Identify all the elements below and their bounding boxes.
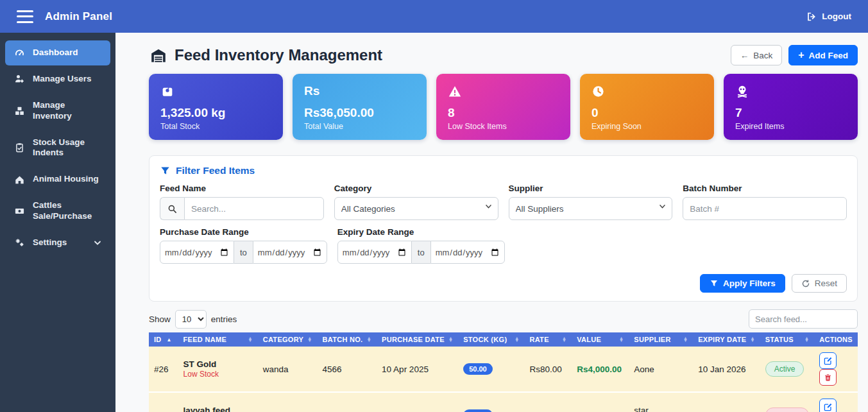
cell-rate: Rs80.00 (524, 347, 572, 392)
filter-field-feed-name: Feed Name (160, 184, 324, 220)
top-navbar: Admin Panel Logout (0, 0, 868, 33)
cell-batch: 456 (317, 392, 377, 412)
home-icon (14, 175, 25, 185)
sidebar-item-manage-inventory[interactable]: Manage Inventory (5, 93, 110, 129)
reset-filters-button[interactable]: Reset (792, 274, 847, 293)
cell-status: Expired (760, 392, 815, 412)
cell-stock: 40.00 (458, 392, 524, 412)
purchase-date-from-input[interactable] (160, 241, 234, 264)
sidebar-item-stock-usage-indents[interactable]: Stock Usage Indents (5, 130, 110, 166)
sidebar-item-label: Dashboard (33, 47, 78, 58)
column-header-purchase-date[interactable]: PURCHASE DATE▲▼ (377, 332, 458, 347)
sidebar-item-manage-users[interactable]: Manage Users (5, 67, 110, 92)
table-search-input[interactable] (749, 309, 858, 329)
range-separator: to (412, 241, 430, 264)
sort-icon: ▲▼ (515, 337, 519, 343)
app-title: Admin Panel (45, 10, 112, 23)
sort-icon: ▲▼ (367, 337, 371, 343)
cell-actions (814, 392, 858, 412)
expiry-date-to-input[interactable] (430, 241, 505, 264)
logout-button[interactable]: Logout (806, 12, 851, 22)
add-feed-button[interactable]: + Add Feed (788, 45, 858, 65)
column-header-id[interactable]: ID▲ (149, 332, 178, 347)
sort-icon: ▲▼ (804, 337, 809, 343)
status-badge: Expired (765, 408, 810, 412)
back-arrow-icon: ← (740, 51, 749, 60)
sidebar-item-dashboard[interactable]: Dashboard (5, 40, 110, 65)
filter-field-category: Category All Categories (334, 184, 498, 220)
supplier-select[interactable]: All Suppliers (509, 197, 673, 220)
sidebar: Dashboard Manage Users Manage Inventory … (0, 33, 115, 412)
cell-id: #29 (149, 392, 178, 412)
column-header-feed-name[interactable]: FEED NAME▲▼ (178, 332, 258, 347)
cell-batch: 4566 (317, 347, 377, 392)
sort-icon: ▲▼ (248, 337, 252, 343)
column-header-status[interactable]: STATUS▲▼ (760, 332, 815, 347)
range-separator: to (234, 241, 253, 264)
sidebar-item-label: Animal Housing (33, 174, 99, 185)
sidebar-item-animal-housing[interactable]: Animal Housing (5, 167, 110, 192)
cell-actions (814, 347, 858, 392)
edit-button[interactable] (819, 352, 837, 369)
delete-button[interactable] (819, 369, 837, 386)
stat-cards: 1,325.00 kg Total Stock Rs Rs36,050.00 T… (149, 74, 858, 140)
expiry-date-from-input[interactable] (337, 241, 412, 264)
column-header-supplier[interactable]: SUPPLIER▲▼ (629, 332, 693, 347)
entries-label: entries (211, 314, 237, 324)
cell-feed-name: layyah feed Low Stock (178, 392, 258, 412)
weight-scale-icon (160, 83, 271, 99)
cell-id: #26 (149, 347, 178, 392)
boxes-icon (14, 106, 25, 116)
filter-field-supplier: Supplier All Suppliers (509, 184, 673, 220)
page-title: Feed Inventory Management (149, 46, 382, 64)
low-stock-note: Low Stock (183, 370, 253, 379)
sort-icon: ▲▼ (683, 337, 688, 343)
purchase-date-to-input[interactable] (253, 241, 327, 264)
stat-card-expired: 7 Expired Items (724, 74, 858, 140)
sidebar-item-label: Stock Usage Indents (33, 137, 101, 159)
sidebar-item-settings[interactable]: Settings (5, 230, 110, 255)
back-button[interactable]: ← Back (731, 45, 783, 65)
column-header-expiry-date[interactable]: EXPIRY DATE▲▼ (693, 332, 760, 347)
filter-field-purchase-range: Purchase Date Range to (160, 227, 327, 264)
column-header-value[interactable]: VALUE▲▼ (572, 332, 629, 347)
chevron-down-icon (94, 240, 101, 246)
column-header-batch[interactable]: BATCH NO.▲▼ (317, 332, 377, 347)
cell-feed-name: ST Gold Low Stock (178, 347, 258, 392)
cell-status: Active (760, 347, 815, 392)
table-header-row: ID▲ FEED NAME▲▼ CATEGORY▲▼ BATCH NO.▲▼ P… (149, 332, 858, 347)
sidebar-item-label: Cattles Sale/Purchase (33, 200, 101, 222)
column-header-rate[interactable]: RATE▲▼ (524, 332, 572, 347)
sidebar-item-label: Manage Inventory (33, 100, 101, 122)
sort-icon: ▲▼ (448, 337, 453, 343)
feed-name-search-input[interactable] (184, 197, 324, 220)
sidebar-item-label: Settings (33, 237, 67, 248)
show-label: Show (149, 314, 171, 324)
batch-number-input[interactable] (683, 197, 847, 220)
apply-filters-button[interactable]: Apply Filters (700, 274, 785, 293)
filter-panel: Filter Feed Items Feed Name Category All… (149, 155, 858, 302)
sort-icon: ▲▼ (750, 337, 754, 343)
filter-field-batch: Batch Number (683, 184, 847, 220)
logout-icon (806, 12, 817, 22)
edit-button[interactable] (819, 399, 837, 412)
user-gear-icon (14, 74, 25, 84)
plus-icon: + (798, 49, 804, 61)
cell-expiry-date: 30 Apr 2025 (693, 392, 760, 412)
column-header-actions: ACTIONS (814, 332, 858, 347)
sidebar-item-cattles-sale-purchase[interactable]: Cattles Sale/Purchase (5, 193, 110, 229)
stock-badge: 50.00 (463, 363, 493, 375)
page-size-select[interactable]: 10 (175, 310, 207, 329)
hamburger-menu-icon[interactable] (17, 10, 33, 23)
warning-triangle-icon (448, 83, 559, 99)
cell-expiry-date: 10 Jan 2026 (693, 347, 760, 392)
skull-crossbones-icon (735, 83, 846, 99)
column-header-stock[interactable]: STOCK (KG)▲▼ (458, 332, 524, 347)
status-badge: Active (765, 361, 804, 377)
column-header-category[interactable]: CATEGORY▲▼ (258, 332, 318, 347)
sort-icon: ▲▼ (619, 337, 624, 343)
refresh-icon (801, 279, 810, 288)
table-row: #26 ST Gold Low Stock wanda 4566 10 Apr … (149, 347, 858, 392)
category-select[interactable]: All Categories (334, 197, 498, 220)
rupee-icon: Rs (304, 83, 415, 99)
